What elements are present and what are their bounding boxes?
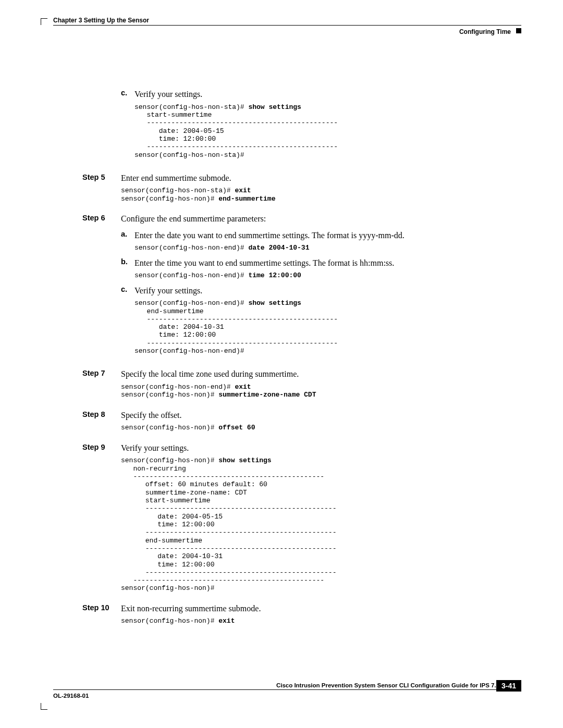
- substep-label: a.: [121, 229, 134, 240]
- step-text: Specify the local time zone used during …: [121, 368, 521, 380]
- step-label: Step 9: [47, 441, 121, 453]
- header-square-icon: [516, 28, 521, 33]
- substep-text: Enter the time you want to end summertim…: [134, 257, 521, 269]
- cli-output: sensor(config-hos-non)# exit: [121, 617, 521, 625]
- substep-b: b. Enter the time you want to end summer…: [121, 256, 521, 284]
- step-text: Exit non-recurring summertime submode.: [121, 603, 521, 614]
- step-label: Step 7: [47, 367, 121, 379]
- cli-output: sensor(config-hos-non)# show settings no…: [121, 456, 521, 593]
- header-chapter: Chapter 3 Setting Up the Sensor: [53, 17, 149, 24]
- footer-guide-title: Cisco Intrusion Prevention System Sensor…: [276, 682, 499, 688]
- page-body: c. Verify your settings. sensor(config-h…: [47, 66, 521, 630]
- cli-output: sensor(config-hos-non-sta)# show setting…: [134, 103, 521, 159]
- step-7: Step 7 Specify the local time zone used …: [47, 367, 521, 403]
- header-rule: [53, 25, 521, 26]
- step-5: Step 5 Enter end summertime submode. sen…: [47, 171, 521, 207]
- cli-output: sensor(config-hos-non-end)# date 2004-10…: [134, 244, 521, 252]
- cli-output: sensor(config-hos-non)# offset 60: [121, 424, 521, 431]
- step-label: Step 10: [47, 602, 121, 613]
- step-10: Step 10 Exit non-recurring summertime su…: [47, 602, 521, 630]
- substep-label: c.: [121, 284, 134, 295]
- substep-label: b.: [121, 256, 134, 267]
- step-text: Specify the offset.: [121, 410, 521, 421]
- step-6: Step 6 Configure the end summertime para…: [47, 212, 521, 359]
- substep-label: c.: [121, 88, 134, 98]
- step-8: Step 8 Specify the offset. sensor(config…: [47, 409, 521, 436]
- footer-rule: [53, 689, 521, 690]
- page: Chapter 3 Setting Up the Sensor Configur…: [0, 0, 563, 728]
- step-text: Verify your settings.: [121, 442, 521, 454]
- substep-text: Verify your settings.: [134, 285, 521, 297]
- step-9: Step 9 Verify your settings. sensor(conf…: [47, 441, 521, 597]
- step-text: Configure the end summertime parameters:: [121, 213, 521, 225]
- substep-a: a. Enter the date you want to end summer…: [121, 229, 521, 256]
- cli-output: sensor(config-hos-non-end)# time 12:00:0…: [134, 272, 521, 279]
- step-text: Enter end summertime submode.: [121, 172, 521, 184]
- substep-text: Verify your settings.: [134, 89, 521, 100]
- header-section: Configuring Time: [459, 28, 511, 35]
- step-label: Step 6: [47, 212, 121, 224]
- page-footer: Cisco Intrusion Prevention System Sensor…: [47, 689, 521, 706]
- cli-output: sensor(config-hos-non-end)# exit sensor(…: [121, 383, 521, 399]
- step-label: Step 5: [47, 171, 121, 183]
- cli-output: sensor(config-hos-non-end)# show setting…: [134, 299, 521, 355]
- substep-c: c. Verify your settings. sensor(config-h…: [121, 284, 521, 360]
- substep-c: c. Verify your settings. sensor(config-h…: [47, 88, 521, 163]
- footer-doc-number: OL-29168-01: [53, 693, 89, 699]
- page-header: Chapter 3 Setting Up the Sensor Configur…: [47, 20, 521, 45]
- step-label: Step 8: [47, 409, 121, 420]
- substep-text: Enter the date you want to end summertim…: [134, 230, 521, 241]
- cli-output: sensor(config-hos-non-sta)# exit sensor(…: [121, 187, 521, 203]
